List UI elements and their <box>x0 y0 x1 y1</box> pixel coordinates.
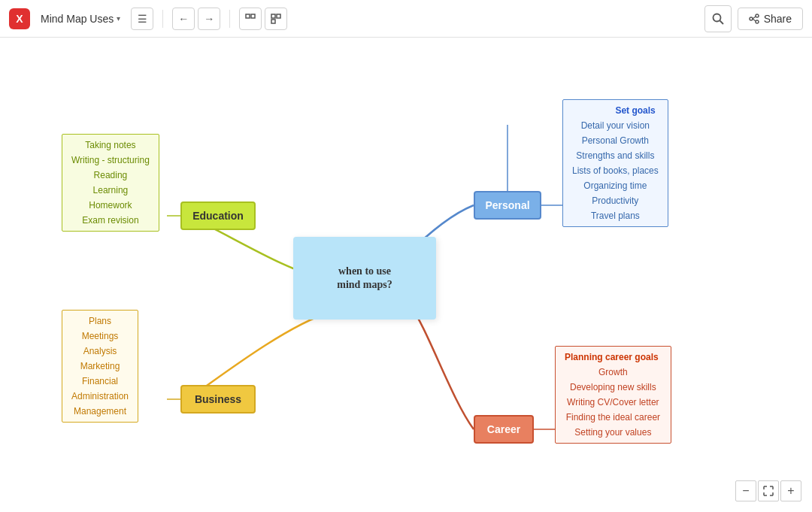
divider2 <box>229 10 230 28</box>
personal-leaf-list: Set goals Detail your vision Personal Gr… <box>562 99 668 227</box>
career-leaf-2[interactable]: Writing CV/Cover letter <box>556 395 671 410</box>
expand-button[interactable] <box>265 8 287 30</box>
career-label: Career <box>487 423 520 435</box>
zoom-fit-button[interactable] <box>758 480 779 501</box>
personal-node[interactable]: Personal <box>474 191 541 220</box>
center-line2: mind maps? <box>337 278 392 292</box>
edu-leaf-3[interactable]: Learning <box>62 183 159 198</box>
edu-leaf-4[interactable]: Homework <box>62 198 159 213</box>
svg-point-7 <box>756 14 759 17</box>
svg-line-6 <box>720 20 723 24</box>
education-leaf-list: Taking notes Writing - structuring Readi… <box>62 134 159 232</box>
center-node: when to use mind maps? <box>293 237 436 320</box>
biz-leaf-3[interactable]: Marketing <box>62 359 138 374</box>
svg-point-5 <box>713 14 720 21</box>
career-leaf-1[interactable]: Developing new skills <box>556 380 671 395</box>
biz-leaf-0[interactable]: Plans <box>62 314 138 329</box>
edu-leaf-5[interactable]: Exam revision <box>62 213 159 228</box>
biz-leaf-5[interactable]: Administration <box>62 389 138 404</box>
center-line1: when to use <box>337 265 392 278</box>
redo-button[interactable]: → <box>198 8 220 30</box>
zoom-out-button[interactable]: − <box>735 480 756 501</box>
edu-leaf-0[interactable]: Taking notes <box>62 138 159 153</box>
education-label: Education <box>192 210 244 222</box>
svg-point-8 <box>756 20 759 23</box>
mind-map-canvas: when to use mind maps? Education Persona… <box>0 38 812 512</box>
personal-leaf-4[interactable]: Organizing time <box>563 178 668 193</box>
career-leaf-4[interactable]: Setting your values <box>556 425 671 440</box>
business-node[interactable]: Business <box>180 385 256 414</box>
svg-rect-0 <box>246 14 250 18</box>
career-leaf-3[interactable]: Finding the ideal career <box>556 410 671 425</box>
career-top-label: Planning career goals <box>556 350 671 365</box>
personal-leaf-1[interactable]: Personal Growth <box>563 133 668 148</box>
career-leaf-0[interactable]: Growth <box>556 365 671 380</box>
business-label: Business <box>195 393 241 405</box>
zoom-controls: − + <box>735 480 801 501</box>
personal-label: Personal <box>485 199 529 211</box>
svg-rect-3 <box>277 14 280 18</box>
svg-rect-4 <box>271 20 275 23</box>
share-label: Share <box>764 13 792 25</box>
svg-rect-1 <box>251 14 255 18</box>
biz-leaf-6[interactable]: Management <box>62 404 138 419</box>
personal-leaf-6[interactable]: Travel plans <box>563 208 668 223</box>
doc-title: Mind Map Uses <box>41 13 114 25</box>
svg-point-9 <box>750 17 753 20</box>
personal-leaf-2[interactable]: Strengths and skills <box>563 148 668 163</box>
edu-leaf-1[interactable]: Writing - structuring <box>62 153 159 168</box>
app-logo: X <box>9 8 30 29</box>
view-toolbar <box>239 8 287 30</box>
personal-leaf-3[interactable]: Lists of books, places <box>563 163 668 178</box>
svg-line-10 <box>753 17 756 19</box>
biz-leaf-4[interactable]: Financial <box>62 374 138 389</box>
divider <box>162 10 163 28</box>
personal-top-label: Set goals <box>563 103 668 118</box>
education-node[interactable]: Education <box>180 201 256 230</box>
svg-line-11 <box>753 19 756 21</box>
svg-rect-2 <box>271 14 275 18</box>
share-button[interactable]: Share <box>738 8 803 30</box>
title-button[interactable]: Mind Map Uses ▾ <box>36 10 125 28</box>
search-button[interactable] <box>704 5 732 32</box>
collapse-button[interactable] <box>239 8 262 30</box>
biz-leaf-2[interactable]: Analysis <box>62 344 138 359</box>
menu-button[interactable]: ☰ <box>131 8 153 30</box>
personal-leaf-0[interactable]: Detail your vision <box>563 118 668 133</box>
undo-button[interactable]: ← <box>172 8 195 30</box>
personal-leaf-5[interactable]: Productivity <box>563 193 668 208</box>
edu-leaf-2[interactable]: Reading <box>62 168 159 183</box>
career-leaf-list: Planning career goals Growth Developing … <box>555 346 671 444</box>
biz-leaf-1[interactable]: Meetings <box>62 329 138 344</box>
zoom-in-button[interactable]: + <box>780 480 801 501</box>
topbar: X Mind Map Uses ▾ ☰ ← → Share <box>0 0 812 38</box>
business-leaf-list: Plans Meetings Analysis Marketing Financ… <box>62 310 138 423</box>
history-toolbar: ← → <box>172 8 220 30</box>
career-node[interactable]: Career <box>474 415 534 444</box>
chevron-down-icon: ▾ <box>117 14 120 23</box>
